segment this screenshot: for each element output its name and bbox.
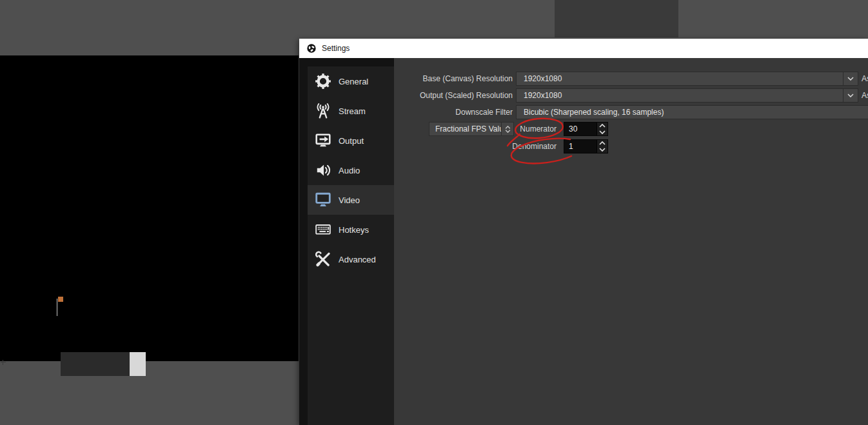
base-resolution-combobox[interactable]: 1920x1080 [516,72,858,86]
sidebar-item-video[interactable]: Video [308,185,394,215]
window-title: Settings [322,44,350,53]
preview-orange-marker [58,297,63,302]
background-window-fragment [555,0,678,37]
numerator-down-button[interactable] [597,129,607,135]
numerator-label: Numerator [421,124,557,133]
base-resolution-label: Base (Canvas) Resolution [377,74,513,83]
downscale-filter-value: Bicubic (Sharpened scaling, 16 samples) [517,108,868,117]
denominator-spinbox[interactable] [564,139,608,153]
sidebar-item-audio[interactable]: Audio [308,155,394,185]
screen: Settings [0,0,868,425]
sidebar-item-label: Stream [339,106,366,116]
sidebar-item-output[interactable]: Output [308,126,394,155]
gear-icon [313,72,333,91]
monitor-icon [313,190,333,210]
sidebar-item-label: Video [339,195,360,205]
settings-window: Settings [299,39,868,425]
sidebar-item-label: Audio [339,166,360,175]
chevron-down-icon[interactable] [843,72,858,85]
obs-preview-area[interactable] [0,55,299,361]
preview-mini-window-button [130,352,146,376]
antenna-icon [313,101,333,121]
settings-titlebar[interactable]: Settings [299,39,868,58]
numerator-input[interactable] [564,123,597,135]
sidebar-item-label: Hotkeys [339,225,369,235]
output-resolution-value: 1920x1080 [517,91,843,100]
denominator-up-button[interactable] [597,140,607,146]
preview-mini-window [61,352,146,376]
monitor-arrow-icon [313,131,333,150]
output-resolution-combobox[interactable]: 1920x1080 [516,88,858,103]
tools-icon [313,250,333,269]
numerator-up-button[interactable] [597,123,607,129]
denominator-down-button[interactable] [597,146,607,153]
resize-grip-mark [1,360,6,365]
speaker-icon [313,161,333,180]
sidebar-item-label: General [339,77,368,86]
base-resolution-suffix: As [862,74,868,83]
denominator-input[interactable] [564,140,597,153]
preview-caret-line [57,299,57,316]
denominator-label: Denominator [421,142,557,151]
numerator-spinbox[interactable] [564,122,608,136]
chevron-down-icon[interactable] [843,89,858,102]
output-resolution-label: Output (Scaled) Resolution [377,91,513,100]
downscale-filter-combobox[interactable]: Bicubic (Sharpened scaling, 16 samples) [516,105,868,119]
obs-logo-icon [306,43,317,54]
sidebar-item-hotkeys[interactable]: Hotkeys [308,215,394,244]
settings-nav-list: General Stream [308,66,394,425]
sidebar-item-label: Advanced [339,255,376,264]
keyboard-icon [313,220,333,239]
sidebar-item-advanced[interactable]: Advanced [308,244,394,274]
output-resolution-suffix: As [862,91,868,100]
downscale-filter-label: Downscale Filter [377,108,513,117]
base-resolution-value: 1920x1080 [517,74,843,83]
sidebar-item-label: Output [339,136,364,146]
